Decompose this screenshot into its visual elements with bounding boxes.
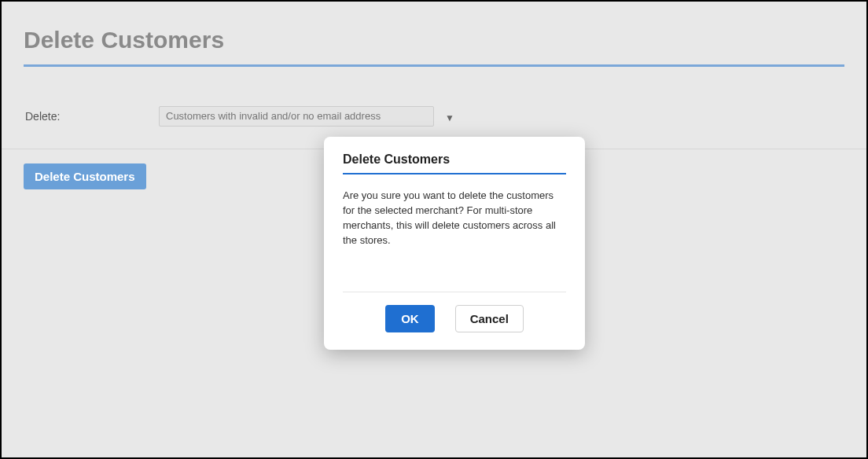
page-title: Delete Customers: [24, 27, 844, 53]
dialog-body: Are you sure you want to delete the cust…: [343, 189, 566, 248]
confirm-delete-dialog: Delete Customers Are you sure you want t…: [324, 137, 585, 350]
title-divider: [24, 64, 844, 67]
dialog-title-divider: [343, 173, 566, 174]
dialog-title: Delete Customers: [343, 152, 566, 173]
dialog-actions: OK Cancel: [343, 305, 566, 332]
cancel-button[interactable]: Cancel: [455, 305, 524, 332]
delete-select[interactable]: Customers with invalid and/or no email a…: [159, 106, 434, 127]
ok-button[interactable]: OK: [385, 305, 435, 332]
delete-label: Delete:: [25, 110, 159, 123]
delete-select-wrap: Customers with invalid and/or no email a…: [159, 106, 434, 127]
dialog-action-divider: [343, 292, 566, 292]
delete-customers-button[interactable]: Delete Customers: [24, 163, 146, 189]
chevron-down-icon: ▼: [445, 112, 454, 123]
delete-row: Delete: Customers with invalid and/or no…: [24, 106, 844, 127]
